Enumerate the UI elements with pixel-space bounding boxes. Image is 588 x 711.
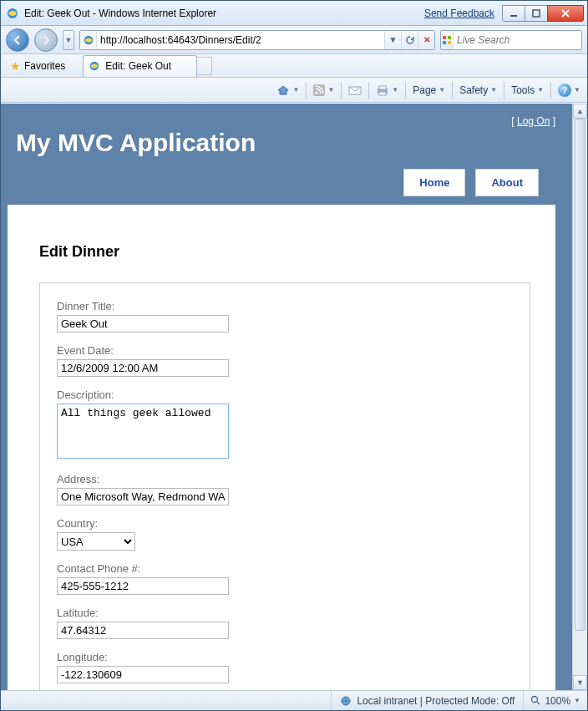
mvc-page: [ Log On ] My MVC Application Home About…	[8, 110, 572, 690]
separator	[368, 82, 369, 99]
close-button[interactable]	[547, 5, 584, 22]
rss-icon	[313, 84, 325, 96]
separator	[504, 82, 504, 99]
svg-rect-2	[533, 10, 540, 17]
feeds-button[interactable]: ▼	[310, 80, 337, 100]
svg-rect-7	[448, 41, 451, 44]
forward-button[interactable]	[34, 28, 58, 52]
page-menu[interactable]: Page▼	[409, 80, 449, 100]
label-longitude: Longitude:	[57, 651, 513, 663]
input-title[interactable]	[57, 315, 229, 333]
separator	[405, 82, 406, 99]
label-date: Event Date:	[57, 344, 513, 357]
field-longitude: Longitude:	[57, 651, 513, 683]
page-favicon	[80, 31, 97, 49]
field-date: Event Date:	[57, 344, 513, 377]
ie-icon	[6, 7, 19, 20]
separator	[550, 82, 551, 99]
address-input[interactable]	[97, 31, 384, 49]
nav-home[interactable]: Home	[403, 169, 465, 196]
help-button[interactable]: ?▼	[555, 80, 584, 100]
svg-point-11	[316, 91, 318, 94]
input-date[interactable]	[57, 359, 229, 377]
favorites-label: Favorites	[24, 60, 65, 72]
masthead: [ Log On ] My MVC Application Home About	[8, 110, 572, 205]
safety-menu[interactable]: Safety▼	[456, 80, 500, 100]
field-description: Description: All things geek allowed	[57, 389, 513, 461]
window-title: Edit: Geek Out - Windows Internet Explor…	[24, 8, 424, 19]
zoom-control[interactable]: 100% ▼	[523, 691, 587, 710]
svg-rect-5	[448, 36, 451, 39]
input-latitude[interactable]	[57, 622, 229, 639]
read-mail-button[interactable]	[345, 80, 365, 100]
nav-about[interactable]: About	[475, 169, 539, 196]
help-icon: ?	[558, 84, 571, 97]
input-phone[interactable]	[57, 577, 229, 595]
address-dropdown[interactable]: ▼	[384, 31, 401, 49]
favorites-bar: ★ Favorites Edit: Geek Out	[1, 54, 587, 78]
label-title: Dinner Title:	[57, 300, 513, 312]
star-icon: ★	[10, 59, 21, 73]
label-address: Address:	[57, 473, 513, 485]
page-body: [ Log On ] My MVC Application Home About…	[1, 104, 572, 690]
nav-history-dropdown[interactable]: ▼	[63, 30, 74, 50]
page-heading: Edit Dinner	[39, 243, 530, 261]
svg-rect-14	[379, 86, 386, 89]
tools-menu[interactable]: Tools▼	[508, 80, 547, 100]
svg-rect-1	[510, 15, 517, 17]
refresh-button[interactable]	[401, 31, 418, 49]
main-content: Edit Dinner Dinner Title: Event Date: De…	[8, 205, 555, 690]
nav-toolbar: ▼ ▼ ✕	[1, 26, 587, 54]
send-feedback-link[interactable]: Send Feedback	[424, 8, 494, 19]
separator	[306, 82, 307, 99]
zoom-icon	[530, 695, 541, 706]
live-search-icon	[441, 31, 454, 49]
field-country: Country: USA	[57, 517, 513, 551]
scroll-thumb[interactable]	[575, 119, 585, 631]
edit-form: Dinner Title: Event Date: Description: A…	[39, 282, 530, 690]
label-description: Description:	[57, 389, 513, 401]
field-address: Address:	[57, 473, 513, 505]
home-button[interactable]: ▼	[273, 80, 302, 100]
tab-title: Edit: Geek Out	[105, 60, 171, 72]
search-box	[440, 30, 582, 50]
titlebar: Edit: Geek Out - Windows Internet Explor…	[1, 1, 587, 26]
field-title: Dinner Title:	[57, 300, 513, 333]
content-viewport: [ Log On ] My MVC Application Home About…	[1, 103, 587, 690]
label-latitude: Latitude:	[57, 607, 513, 619]
new-tab-button[interactable]	[197, 57, 212, 75]
select-country[interactable]: USA	[57, 532, 135, 551]
stop-button[interactable]: ✕	[418, 31, 434, 49]
command-bar: ▼ ▼ ▼ Page▼ Safety▼ Tools▼ ?▼	[1, 78, 587, 103]
input-description[interactable]: All things geek allowed	[57, 404, 229, 459]
back-button[interactable]	[6, 28, 29, 52]
browser-tab[interactable]: Edit: Geek Out	[83, 55, 197, 77]
print-icon	[376, 84, 389, 96]
print-button[interactable]: ▼	[373, 80, 402, 100]
maximize-button[interactable]	[525, 5, 548, 22]
scroll-up-button[interactable]: ▲	[573, 104, 587, 119]
search-input[interactable]	[454, 31, 582, 49]
status-bar: Local intranet | Protected Mode: Off 100…	[1, 690, 587, 710]
app-title: My MVC Application	[16, 129, 555, 157]
scroll-track[interactable]	[573, 119, 587, 675]
input-address[interactable]	[57, 488, 229, 505]
label-country: Country:	[57, 517, 513, 530]
logon-link[interactable]: Log On	[517, 115, 550, 127]
vertical-scrollbar[interactable]: ▲ ▼	[572, 104, 587, 690]
nav-tabs: Home About	[13, 169, 555, 196]
separator	[341, 82, 342, 99]
minimize-button[interactable]	[502, 5, 525, 22]
separator	[452, 82, 453, 99]
field-phone: Contact Phone #:	[57, 562, 513, 595]
svg-rect-15	[379, 92, 386, 95]
scroll-down-button[interactable]: ▼	[573, 675, 587, 690]
tab-favicon	[89, 60, 100, 72]
intranet-icon	[340, 695, 352, 707]
input-longitude[interactable]	[57, 666, 229, 683]
zoom-dropdown-icon: ▼	[574, 697, 580, 704]
security-zone[interactable]: Local intranet | Protected Mode: Off	[331, 691, 523, 710]
address-bar: ▼ ✕	[79, 30, 435, 50]
favorites-button[interactable]: ★ Favorites	[4, 56, 74, 76]
window-buttons	[503, 5, 584, 22]
